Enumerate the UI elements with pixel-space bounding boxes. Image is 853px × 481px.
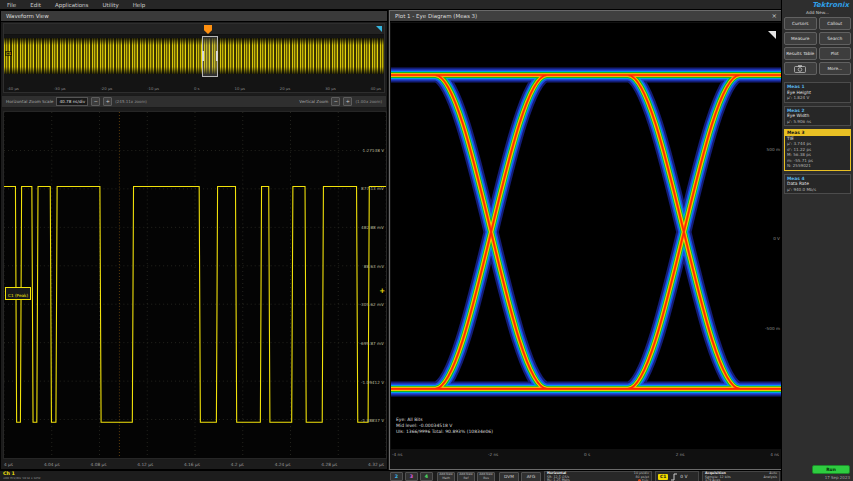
eye-window-header[interactable]: Plot 1 - Eye Diagram (Meas 3) × <box>390 11 781 22</box>
eye-time-tick: 2 ns <box>676 452 685 460</box>
settings-bar: Ch 1 100 mV/div 50 Ω 1 GHz 2 3 4 Add New… <box>0 470 781 481</box>
more-button[interactable]: More... <box>819 62 852 75</box>
cursors-button[interactable]: Cursors <box>784 17 817 30</box>
overview-time-tick: -10 μs <box>147 86 159 91</box>
datetime-display: 17 Sep 2023 <box>825 475 850 480</box>
waveform-view-title: Waveform View <box>6 13 49 19</box>
callout-button[interactable]: Callout <box>819 17 852 30</box>
rising-edge-icon <box>670 473 678 481</box>
time-axis: 4 μs4.04 μs4.08 μs4.12 μs4.16 μs4.2 μs4.… <box>4 460 384 470</box>
eye-window-title: Plot 1 - Eye Diagram (Meas 3) <box>395 13 477 19</box>
zoom-toolbar: Horizontal Zoom Scale 40.78 ns/div − + (… <box>1 95 387 108</box>
zoom-window-right-handle[interactable] <box>216 51 218 61</box>
trigger-source: C1 <box>658 474 668 480</box>
voltage-tick: -1.48837 V <box>361 419 384 424</box>
menu-file[interactable]: File <box>0 0 23 10</box>
trigger-level: 0 V <box>680 474 687 479</box>
menu-help[interactable]: Help <box>126 0 153 10</box>
waveform-trace <box>4 112 386 458</box>
tekscope-app: File Edit Applications Utility Help Wave… <box>0 0 853 481</box>
hzoom-in-button[interactable]: + <box>103 97 112 106</box>
time-tick: 4.28 μs <box>321 462 337 470</box>
voltage-tick: 877.13 mV <box>361 187 384 192</box>
run-button[interactable]: Run <box>812 465 850 474</box>
overview-time-tick: -40 μs <box>7 86 19 91</box>
search-button[interactable]: Search <box>819 32 852 45</box>
waveform-view-header: Waveform View <box>1 11 387 22</box>
menu-edit[interactable]: Edit <box>23 0 48 10</box>
measure-button[interactable]: Measure <box>784 32 817 45</box>
time-tick: 4.2 μs <box>231 462 244 470</box>
time-tick: 4.24 μs <box>275 462 291 470</box>
add-new-label: Add New... <box>782 10 853 15</box>
voltage-tick: -699.87 mV <box>360 342 384 347</box>
horizontal-badge[interactable]: Horizontal 10 μs/div SR: 12.5 GS/s 80 ps… <box>544 471 652 481</box>
add-ref-button[interactable]: Add New Ref <box>457 472 475 481</box>
measurement-badges: Meas 1 Eye Height μ': 1.824 V Meas 2 Eye… <box>784 82 851 197</box>
results-sidebar: Tektronix Add New... Cursors Callout Mea… <box>781 0 853 481</box>
eye-time-axis: -4 ns-2 ns0 s2 ns4 ns <box>392 450 779 460</box>
channel-4-button[interactable]: 4 <box>420 472 433 481</box>
screenshot-button[interactable] <box>784 62 817 75</box>
zoom-waveform-plot[interactable]: 1.27138 V877.13 mV482.88 mV88.63 mV-305.… <box>3 111 387 459</box>
plot-menu-icon[interactable] <box>768 31 776 39</box>
time-tick: 4.32 μs <box>368 462 384 470</box>
channel-2-button[interactable]: 2 <box>390 472 403 481</box>
meas-4-badge[interactable]: Meas 4 Data Rate μ': 940.0 Mb/s <box>784 174 851 195</box>
overview-time-tick: 10 μs <box>234 86 244 91</box>
eye-voltage-tick: 0 V <box>773 237 780 242</box>
afg-button[interactable]: AFG <box>521 472 541 481</box>
add-math-button[interactable]: Add New Math <box>437 472 455 481</box>
eye-stat-uis: UIs: 1366/9996 Total: 90.893% (10834e06) <box>396 429 493 435</box>
vzoom-factor: (1.00x zoom) <box>355 99 382 104</box>
close-icon[interactable]: × <box>772 12 777 20</box>
panel-handle-icon[interactable] <box>376 26 382 32</box>
hzoom-scale-value[interactable]: 40.78 ns/div <box>56 97 88 106</box>
analysis-label: Analysis <box>763 476 777 480</box>
menu-utility[interactable]: Utility <box>95 0 125 10</box>
meas-1-badge[interactable]: Meas 1 Eye Height μ': 1.824 V <box>784 82 851 103</box>
channel-3-button[interactable]: 3 <box>405 472 418 481</box>
time-tick: 4 μs <box>4 462 13 470</box>
meas-4-value: μ': 940.0 Mb/s <box>787 187 848 193</box>
zoom-window-left-handle[interactable] <box>202 51 204 61</box>
vzoom-label: Vertical Zoom <box>299 99 328 104</box>
eye-time-tick: -2 ns <box>488 452 498 460</box>
add-bus-button[interactable]: Add New Bus <box>477 472 495 481</box>
meas-2-badge[interactable]: Meas 2 Eye Width μ': 5.906 ns <box>784 106 851 127</box>
sidebar-buttons: Cursors Callout Measure Search Results T… <box>784 17 851 75</box>
hzoom-out-button[interactable]: − <box>91 97 100 106</box>
menu-applications[interactable]: Applications <box>48 0 96 10</box>
overview-time-tick: -30 μs <box>54 86 66 91</box>
overview-time-tick: 0 s <box>194 86 200 91</box>
time-tick: 4.08 μs <box>91 462 107 470</box>
dvm-button[interactable]: DVM <box>499 472 519 481</box>
eye-voltage-tick: -500 m <box>765 327 780 332</box>
channel-1-settings: 100 mV/div 50 Ω 1 GHz <box>3 477 65 481</box>
meas-1-value: μ': 1.824 V <box>787 95 848 101</box>
eye-diagram-plot[interactable]: 500 m0 V-500 m Eye: All Bits Mid level: … <box>391 23 782 449</box>
camera-icon <box>794 65 806 73</box>
vzoom-in-button[interactable]: + <box>343 97 352 106</box>
acquisition-overview[interactable]: T C1 -40 μs-30 μs-20 μs-10 μs0 s10 μs20 … <box>3 23 385 93</box>
eye-statistics: Eye: All Bits Mid level: -0.00034518 V U… <box>396 417 493 435</box>
eye-time-tick: 4 ns <box>770 452 779 460</box>
zoom-window[interactable] <box>202 36 218 77</box>
time-tick: 4.04 μs <box>44 462 60 470</box>
trigger-level-icon[interactable]: + <box>379 288 385 295</box>
voltage-tick: -305.62 mV <box>360 303 384 308</box>
voltage-tick: -1.09412 V <box>361 381 384 386</box>
plot-button[interactable]: Plot <box>819 47 852 60</box>
channel-source-badge[interactable]: C1 (Peak) <box>5 287 31 300</box>
eye-voltage-tick: 500 m <box>767 148 780 153</box>
overview-time-tick: -20 μs <box>100 86 112 91</box>
results-table-button[interactable]: Results Table <box>784 47 817 60</box>
voltage-tick: 88.63 mV <box>364 265 384 270</box>
waveform-view-window: Waveform View T C1 -40 μs-30 μs-20 μs-10… <box>0 10 388 470</box>
acquisition-badge[interactable]: Acquisition Auto Sample: 12 bits Analysi… <box>702 471 780 481</box>
trigger-badge[interactable]: C1 0 V <box>655 471 699 481</box>
source-badge-label: C1 (Peak) <box>8 293 28 298</box>
channel-1-badge[interactable]: Ch 1 100 mV/div 50 Ω 1 GHz <box>1 471 67 481</box>
vzoom-out-button[interactable]: − <box>331 97 340 106</box>
meas-3-badge[interactable]: Meas 3 TIE μ': 3.744 ps σ': 11.22 ps M: … <box>784 129 851 171</box>
